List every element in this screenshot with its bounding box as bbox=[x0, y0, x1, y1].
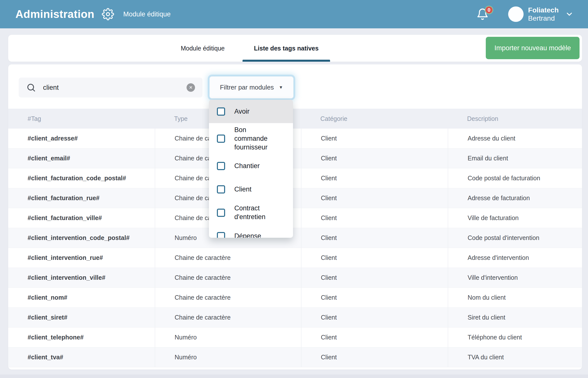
active-tab-underline bbox=[243, 60, 330, 62]
active-tab-label: Liste des tags natives bbox=[254, 45, 319, 52]
import-model-button[interactable]: Importer nouveau modèle bbox=[486, 37, 580, 59]
clear-search-button[interactable]: ✕ bbox=[187, 83, 195, 92]
cell-tag: #client_telephone# bbox=[8, 328, 155, 347]
cell-categorie: Client bbox=[301, 228, 448, 248]
checkbox-unchecked-icon[interactable] bbox=[217, 185, 225, 193]
checkbox-unchecked-icon[interactable] bbox=[217, 162, 225, 170]
chevron-down-icon bbox=[565, 10, 574, 18]
cell-categorie: Client bbox=[301, 168, 448, 188]
tabs-bar: Module éditique Liste des tags natives I… bbox=[8, 35, 582, 62]
cell-categorie: Client bbox=[301, 248, 448, 268]
page-title: Administration bbox=[15, 8, 94, 20]
filter-button-label: Filtrer par modules bbox=[220, 84, 274, 91]
notification-badge: 0 bbox=[485, 6, 493, 14]
cell-description: Adresse de facturation bbox=[448, 188, 582, 208]
checkbox-unchecked-icon[interactable] bbox=[217, 209, 225, 217]
cell-tag: #client_adresse# bbox=[8, 129, 155, 148]
cell-tag: #client_email# bbox=[8, 148, 155, 168]
settings-gear-icon[interactable] bbox=[102, 8, 114, 20]
cell-tag: #client_siret# bbox=[8, 308, 155, 327]
filter-option[interactable]: Client bbox=[209, 178, 293, 201]
column-header-categorie: Catégorie bbox=[301, 115, 448, 122]
search-box: ✕ bbox=[19, 78, 202, 97]
user-menu[interactable]: Foliatech Bertrand bbox=[508, 6, 574, 22]
bottom-scroll-strip bbox=[0, 375, 588, 378]
tab-liste-tags-natives[interactable]: Liste des tags natives bbox=[243, 35, 330, 62]
filter-option-label: Dépense bbox=[234, 232, 278, 238]
cell-description: Ville de facturation bbox=[448, 208, 582, 228]
filter-option-label: Contract d'entretien bbox=[234, 204, 278, 221]
table-row[interactable]: #client_intervention_code_postal#NuméroC… bbox=[8, 228, 582, 248]
table-row[interactable]: #client_intervention_rue#Chaine de carac… bbox=[8, 248, 582, 268]
avatar bbox=[508, 6, 524, 22]
table-row[interactable]: #client_facturation_rue#Chaine de caract… bbox=[8, 188, 582, 208]
cell-categorie: Client bbox=[301, 129, 448, 148]
cell-description: Nom du client bbox=[448, 288, 582, 307]
column-header-description: Description bbox=[448, 115, 582, 122]
cell-type: Numéro bbox=[155, 328, 301, 347]
cell-categorie: Client bbox=[301, 208, 448, 228]
table-row[interactable]: #client_tva#NuméroClientTVA du client bbox=[8, 347, 582, 367]
table-row[interactable]: #client_siret#Chaine de caractèreClientS… bbox=[8, 308, 582, 328]
cell-description: Siret du client bbox=[448, 308, 582, 327]
cell-tag: #client_tva# bbox=[8, 347, 155, 367]
checkbox-unchecked-icon[interactable] bbox=[217, 107, 225, 116]
cell-type: Chaine de caractère bbox=[155, 288, 301, 307]
filter-dropdown: AvoirBon commande fournisseurChantierCli… bbox=[209, 100, 293, 238]
cell-type: Chaine de caractère bbox=[155, 248, 301, 268]
cell-tag: #client_facturation_code_postal# bbox=[8, 168, 155, 188]
cell-categorie: Client bbox=[301, 347, 448, 367]
filter-option[interactable]: Chantier bbox=[209, 154, 293, 178]
cell-categorie: Client bbox=[301, 308, 448, 327]
tab-module-editique[interactable]: Module éditique bbox=[163, 35, 243, 62]
cell-description: Adresse d'intervention bbox=[448, 248, 582, 268]
table-row[interactable]: #client_adresse#Chaine de caractèreClien… bbox=[8, 129, 582, 148]
caret-down-icon: ▼ bbox=[279, 85, 283, 90]
cell-tag: #client_intervention_ville# bbox=[8, 268, 155, 287]
cell-categorie: Client bbox=[301, 288, 448, 307]
app-header: Administration Module éditique 0 Foliate… bbox=[0, 0, 588, 28]
table-body: #client_adresse#Chaine de caractèreClien… bbox=[8, 129, 582, 367]
table-row[interactable]: #client_facturation_ville#Chaine de cara… bbox=[8, 208, 582, 228]
checkbox-unchecked-icon[interactable] bbox=[217, 135, 225, 143]
cell-description: Email du client bbox=[448, 148, 582, 168]
cell-type: Chaine de caractère bbox=[155, 268, 301, 287]
cell-categorie: Client bbox=[301, 148, 448, 168]
cell-categorie: Client bbox=[301, 268, 448, 287]
table-row[interactable]: #client_intervention_ville#Chaine de car… bbox=[8, 268, 582, 288]
table-row[interactable]: #client_facturation_code_postal#Chaine d… bbox=[8, 168, 582, 188]
cell-type: Chaine de caractère bbox=[155, 308, 301, 327]
filter-option-label: Chantier bbox=[234, 162, 278, 170]
table-row[interactable]: #client_nom#Chaine de caractèreClientNom… bbox=[8, 288, 582, 308]
table-header: #Tag Type Catégorie Description bbox=[8, 109, 582, 129]
content-card: ✕ Filtrer par modules ▼ #Tag Type Catégo… bbox=[8, 64, 582, 370]
filter-option[interactable]: Bon commande fournisseur bbox=[209, 123, 293, 154]
checkbox-unchecked-icon[interactable] bbox=[217, 232, 225, 238]
filter-option[interactable]: Contract d'entretien bbox=[209, 201, 293, 224]
cell-description: Code postal de facturation bbox=[448, 168, 582, 188]
search-icon bbox=[26, 83, 36, 93]
cell-tag: #client_facturation_ville# bbox=[8, 208, 155, 228]
cell-description: TVA du client bbox=[448, 347, 582, 367]
filter-modules-button[interactable]: Filtrer par modules ▼ bbox=[209, 76, 294, 98]
cell-description: Adresse du client bbox=[448, 129, 582, 148]
filter-option[interactable]: Avoir bbox=[209, 100, 293, 123]
filter-option[interactable]: Dépense bbox=[209, 224, 293, 238]
notifications-button[interactable]: 0 bbox=[476, 8, 489, 21]
table-row[interactable]: #client_email#Chaine de caractèreClientE… bbox=[8, 148, 582, 168]
breadcrumb-module: Module éditique bbox=[123, 10, 171, 18]
cell-categorie: Client bbox=[301, 188, 448, 208]
cell-description: Téléphone du client bbox=[448, 328, 582, 347]
filter-option-label: Bon commande fournisseur bbox=[234, 126, 278, 152]
filter-option-label: Client bbox=[234, 185, 278, 194]
cell-description: Ville d'intervention bbox=[448, 268, 582, 287]
user-names: Foliatech Bertrand bbox=[528, 6, 559, 22]
cell-type: Numéro bbox=[155, 347, 301, 367]
column-header-tag: #Tag bbox=[8, 115, 155, 122]
cell-tag: #client_intervention_rue# bbox=[8, 248, 155, 268]
cell-description: Code postal d'intervention bbox=[448, 228, 582, 248]
cell-categorie: Client bbox=[301, 328, 448, 347]
search-input[interactable] bbox=[43, 84, 187, 92]
user-company: Foliatech bbox=[528, 6, 559, 14]
table-row[interactable]: #client_telephone#NuméroClientTéléphone … bbox=[8, 328, 582, 347]
